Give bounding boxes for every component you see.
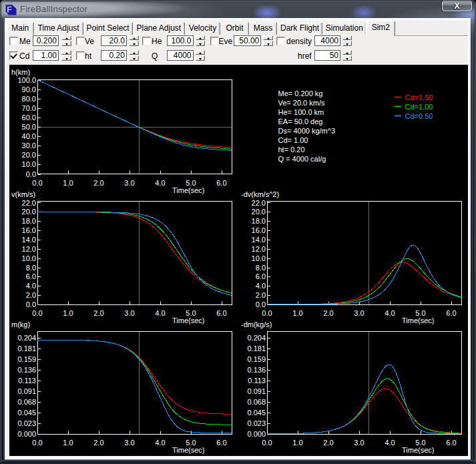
svg-text:Time(sec): Time(sec) — [402, 446, 434, 454]
svg-text:2.0: 2.0 — [256, 291, 266, 299]
svg-text:0.000: 0.000 — [247, 430, 266, 438]
svg-text:70.0: 70.0 — [22, 104, 36, 112]
svg-text:16.0: 16.0 — [22, 226, 36, 234]
svg-text:Me= 0.200 kg: Me= 0.200 kg — [278, 89, 323, 97]
svg-text:0.113: 0.113 — [248, 377, 266, 385]
svg-text:EA= 50.0 deg: EA= 50.0 deg — [278, 118, 323, 126]
svg-text:Cd= 1.00: Cd= 1.00 — [278, 136, 308, 144]
svg-text:6.0: 6.0 — [446, 309, 456, 317]
svg-text:22.0: 22.0 — [22, 199, 36, 207]
svg-text:0.136: 0.136 — [247, 366, 266, 374]
svg-text:6.0: 6.0 — [256, 272, 266, 280]
svg-text:10.0: 10.0 — [22, 254, 36, 262]
svg-text:0.136: 0.136 — [17, 366, 36, 374]
svg-text:Cd=0.50: Cd=0.50 — [405, 112, 433, 120]
svg-text:0.0: 0.0 — [26, 170, 36, 178]
svg-text:0.204: 0.204 — [17, 334, 36, 342]
svg-text:v(km/s): v(km/s) — [11, 190, 35, 198]
svg-text:60.0: 60.0 — [22, 113, 36, 122]
svg-text:14.0: 14.0 — [252, 236, 266, 244]
svg-text:1.0: 1.0 — [63, 309, 73, 317]
svg-text:He= 100.0 km: He= 100.0 km — [278, 108, 324, 116]
svg-text:0.159: 0.159 — [247, 355, 266, 363]
svg-text:8.0: 8.0 — [256, 264, 266, 272]
svg-text:18.0: 18.0 — [252, 217, 266, 225]
svg-text:100.0: 100.0 — [17, 76, 36, 84]
svg-text:0.068: 0.068 — [247, 398, 266, 406]
svg-text:-dm(kg/s): -dm(kg/s) — [241, 320, 272, 328]
svg-text:50.0: 50.0 — [22, 123, 36, 131]
svg-text:0.068: 0.068 — [17, 398, 36, 406]
svg-text:16.0: 16.0 — [252, 226, 266, 234]
svg-text:2.0: 2.0 — [93, 439, 103, 447]
svg-text:0.159: 0.159 — [17, 355, 36, 363]
svg-text:1.0: 1.0 — [63, 439, 73, 447]
svg-text:2.0: 2.0 — [93, 309, 103, 317]
svg-text:0.091: 0.091 — [247, 387, 266, 395]
svg-text:12.0: 12.0 — [252, 245, 266, 253]
svg-text:0.0: 0.0 — [32, 179, 42, 187]
svg-text:20.0: 20.0 — [252, 208, 266, 216]
svg-text:Time(sec): Time(sec) — [172, 446, 204, 454]
svg-text:ht= 0.20: ht= 0.20 — [278, 146, 305, 154]
svg-text:Cd=1.50: Cd=1.50 — [405, 93, 433, 101]
svg-text:18.0: 18.0 — [22, 217, 36, 225]
svg-text:6.0: 6.0 — [26, 272, 36, 280]
svg-text:4.0: 4.0 — [256, 282, 266, 290]
svg-text:1.0: 1.0 — [63, 179, 73, 187]
svg-text:4.0: 4.0 — [385, 309, 395, 317]
svg-text:80.0: 80.0 — [22, 95, 36, 103]
svg-text:0.000: 0.000 — [17, 430, 36, 438]
svg-text:4.0: 4.0 — [385, 439, 395, 447]
svg-text:6.0: 6.0 — [216, 309, 226, 317]
svg-text:Cd=1.00: Cd=1.00 — [405, 103, 433, 111]
svg-text:-dv(km/s^2): -dv(km/s^2) — [241, 190, 279, 198]
svg-text:6.0: 6.0 — [216, 439, 226, 447]
svg-text:Time(sec): Time(sec) — [172, 316, 204, 324]
svg-text:0.181: 0.181 — [247, 344, 266, 353]
svg-text:1.0: 1.0 — [292, 309, 302, 317]
svg-text:4.0: 4.0 — [26, 282, 36, 290]
svg-text:4.0: 4.0 — [155, 179, 165, 187]
svg-text:3.0: 3.0 — [354, 439, 364, 447]
svg-text:0.045: 0.045 — [247, 409, 266, 417]
svg-text:Time(sec): Time(sec) — [402, 316, 434, 324]
svg-text:Ve= 20.0 km/s: Ve= 20.0 km/s — [278, 99, 326, 107]
svg-text:0.181: 0.181 — [17, 344, 36, 353]
svg-text:14.0: 14.0 — [22, 236, 36, 244]
svg-text:90.0: 90.0 — [22, 85, 36, 93]
svg-text:6.0: 6.0 — [446, 439, 456, 447]
svg-text:3.0: 3.0 — [124, 309, 134, 317]
svg-text:0.0: 0.0 — [256, 300, 266, 308]
svg-text:40.0: 40.0 — [22, 132, 36, 140]
svg-text:F: F — [7, 5, 11, 15]
svg-text:2.0: 2.0 — [323, 439, 333, 447]
svg-text:2.0: 2.0 — [93, 179, 103, 187]
svg-text:22.0: 22.0 — [252, 199, 266, 207]
svg-text:0.091: 0.091 — [17, 387, 36, 395]
svg-text:1.0: 1.0 — [292, 439, 302, 447]
svg-text:0.023: 0.023 — [247, 419, 266, 427]
svg-text:30.0: 30.0 — [22, 142, 36, 150]
svg-text:0.113: 0.113 — [18, 377, 36, 385]
svg-text:10.0: 10.0 — [22, 160, 36, 168]
svg-text:3.0: 3.0 — [124, 439, 134, 447]
svg-text:3.0: 3.0 — [124, 179, 134, 187]
svg-text:Ds= 4000 kg/m^3: Ds= 4000 kg/m^3 — [278, 127, 336, 135]
svg-text:4.0: 4.0 — [155, 309, 165, 317]
svg-text:0.045: 0.045 — [17, 409, 36, 417]
svg-text:0.023: 0.023 — [17, 419, 36, 427]
svg-text:2.0: 2.0 — [323, 309, 333, 317]
svg-text:12.0: 12.0 — [22, 245, 36, 253]
svg-text:m(kg): m(kg) — [11, 320, 30, 328]
svg-text:20.0: 20.0 — [22, 208, 36, 216]
svg-text:0.0: 0.0 — [26, 300, 36, 308]
svg-text:10.0: 10.0 — [252, 254, 266, 262]
svg-text:3.0: 3.0 — [354, 309, 364, 317]
svg-text:h(km): h(km) — [11, 68, 30, 76]
svg-text:0.0: 0.0 — [32, 439, 42, 447]
svg-text:0.0: 0.0 — [262, 439, 272, 447]
svg-text:20.0: 20.0 — [22, 151, 36, 159]
svg-text:2.0: 2.0 — [26, 291, 36, 299]
svg-text:0.0: 0.0 — [262, 309, 272, 317]
